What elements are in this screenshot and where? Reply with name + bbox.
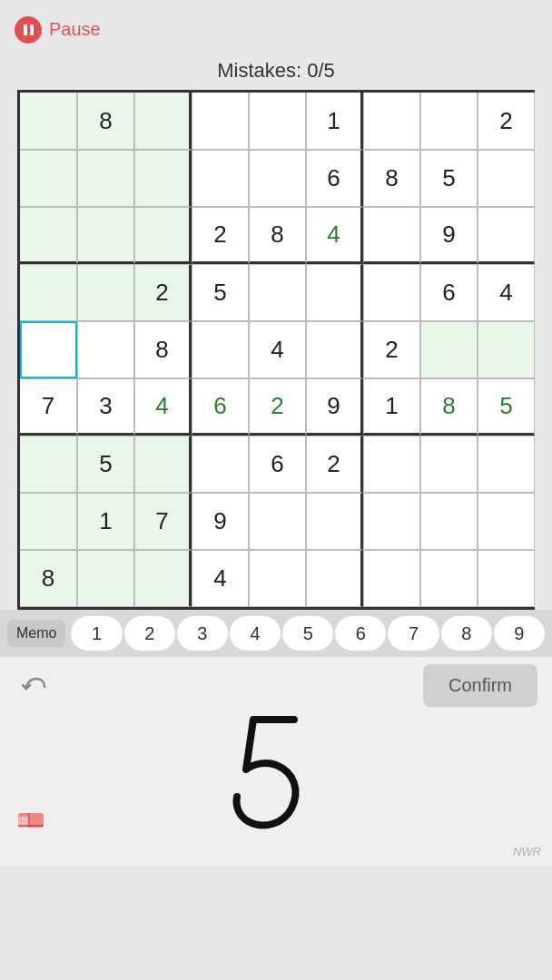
grid-cell-r6c1[interactable]: 7 (20, 378, 77, 436)
grid-cell-r5c9[interactable] (478, 321, 535, 378)
grid-cell-r2c8[interactable]: 5 (420, 150, 478, 207)
grid-cell-r1c4[interactable] (192, 93, 249, 150)
num-btn-3[interactable]: 3 (177, 616, 228, 651)
grid-cell-r9c3[interactable] (134, 550, 192, 607)
drawn-digit (217, 710, 335, 856)
grid-cell-r3c9[interactable] (478, 207, 535, 264)
grid-cell-r1c7[interactable] (363, 93, 420, 150)
draw-canvas[interactable] (0, 714, 552, 866)
grid-cell-r2c6[interactable]: 6 (306, 150, 363, 207)
grid-cell-r6c8[interactable]: 8 (420, 378, 478, 436)
grid-cell-r8c2[interactable]: 1 (77, 493, 134, 550)
grid-cell-r7c7[interactable] (363, 436, 420, 493)
grid-cell-r7c3[interactable] (134, 436, 192, 493)
num-btn-1[interactable]: 1 (71, 616, 122, 651)
grid-cell-r3c3[interactable] (134, 207, 192, 264)
grid-cell-r2c7[interactable]: 8 (363, 150, 420, 207)
grid-cell-r7c8[interactable] (420, 436, 478, 493)
grid-cell-r5c5[interactable]: 4 (249, 321, 306, 378)
grid-cell-r9c5[interactable] (249, 550, 306, 607)
grid-cell-r5c4[interactable] (192, 321, 249, 378)
grid-cell-r4c5[interactable] (249, 264, 306, 321)
grid-cell-r4c9[interactable]: 4 (478, 264, 535, 321)
grid-cell-r1c5[interactable] (249, 93, 306, 150)
grid-cell-r2c4[interactable] (192, 150, 249, 207)
grid-cell-r2c2[interactable] (77, 150, 134, 207)
grid-cell-r4c2[interactable] (77, 264, 134, 321)
grid-cell-r5c3[interactable]: 8 (134, 321, 192, 378)
num-btn-4[interactable]: 4 (230, 616, 281, 651)
grid-cell-r6c5[interactable]: 2 (249, 378, 306, 436)
grid-cell-r9c7[interactable] (363, 550, 420, 607)
grid-cell-r7c9[interactable] (478, 436, 535, 493)
confirm-button[interactable]: Confirm (423, 664, 537, 707)
grid-cell-r5c2[interactable] (77, 321, 134, 378)
grid-cell-r4c3[interactable]: 2 (134, 264, 192, 321)
grid-cell-r6c4[interactable]: 6 (192, 378, 249, 436)
grid-cell-r7c6[interactable]: 2 (306, 436, 363, 493)
grid-cell-r7c5[interactable]: 6 (249, 436, 306, 493)
num-btn-9[interactable]: 9 (494, 616, 545, 651)
grid-cell-r8c3[interactable]: 7 (134, 493, 192, 550)
grid-cell-r1c3[interactable] (134, 93, 192, 150)
num-btn-8[interactable]: 8 (441, 616, 492, 651)
grid-cell-r1c9[interactable]: 2 (478, 93, 535, 150)
grid-cell-r3c1[interactable] (20, 207, 77, 264)
memo-button[interactable]: Memo (7, 620, 65, 647)
num-btn-2[interactable]: 2 (124, 616, 175, 651)
grid-cell-r4c1[interactable] (20, 264, 77, 321)
pause-button[interactable]: Pause (15, 16, 101, 44)
undo-button[interactable] (15, 668, 51, 704)
grid-cell-r8c7[interactable] (363, 493, 420, 550)
grid-cell-r8c5[interactable] (249, 493, 306, 550)
grid-cell-r9c2[interactable] (77, 550, 134, 607)
grid-cell-r6c2[interactable]: 3 (77, 378, 134, 436)
num-btn-6[interactable]: 6 (335, 616, 386, 651)
num-btn-7[interactable]: 7 (388, 616, 439, 651)
grid-cell-r2c3[interactable] (134, 150, 192, 207)
grid-cell-r7c4[interactable] (192, 436, 249, 493)
grid-cell-r6c6[interactable]: 9 (306, 378, 363, 436)
mistakes-display: Mistakes: 0/5 (0, 59, 552, 83)
grid-cell-r7c1[interactable] (20, 436, 77, 493)
num-btn-5[interactable]: 5 (282, 616, 333, 651)
grid-cell-r5c6[interactable] (306, 321, 363, 378)
sudoku-grid: 8126852849256484273462918556217984 (17, 90, 535, 610)
grid-cell-r6c7[interactable]: 1 (363, 378, 420, 436)
grid-cell-r3c8[interactable]: 9 (420, 207, 478, 264)
grid-cell-r4c4[interactable]: 5 (192, 264, 249, 321)
grid-cell-r1c6[interactable]: 1 (306, 93, 363, 150)
grid-cell-r2c5[interactable] (249, 150, 306, 207)
grid-cell-r5c7[interactable]: 2 (363, 321, 420, 378)
grid-cell-r5c1[interactable] (20, 321, 77, 378)
nwr-logo: NWR (513, 845, 541, 858)
grid-cell-r9c6[interactable] (306, 550, 363, 607)
grid-cell-r7c2[interactable]: 5 (77, 436, 134, 493)
grid-cell-r1c8[interactable] (420, 93, 478, 150)
grid-cell-r9c1[interactable]: 8 (20, 550, 77, 607)
grid-cell-r3c7[interactable] (363, 207, 420, 264)
grid-cell-r3c4[interactable]: 2 (192, 207, 249, 264)
grid-cell-r9c9[interactable] (478, 550, 535, 607)
grid-cell-r6c9[interactable]: 5 (478, 378, 535, 436)
grid-cell-r2c1[interactable] (20, 150, 77, 207)
grid-cell-r6c3[interactable]: 4 (134, 378, 192, 436)
grid-cell-r8c8[interactable] (420, 493, 478, 550)
grid-cell-r4c7[interactable] (363, 264, 420, 321)
eraser-button[interactable] (15, 797, 53, 838)
grid-cell-r3c5[interactable]: 8 (249, 207, 306, 264)
grid-cell-r3c6[interactable]: 4 (306, 207, 363, 264)
grid-cell-r1c2[interactable]: 8 (77, 93, 134, 150)
grid-cell-r8c4[interactable]: 9 (192, 493, 249, 550)
grid-cell-r2c9[interactable] (478, 150, 535, 207)
grid-cell-r8c6[interactable] (306, 493, 363, 550)
grid-cell-r4c8[interactable]: 6 (420, 264, 478, 321)
grid-cell-r8c1[interactable] (20, 493, 77, 550)
grid-cell-r9c4[interactable]: 4 (192, 550, 249, 607)
grid-cell-r5c8[interactable] (420, 321, 478, 378)
grid-cell-r9c8[interactable] (420, 550, 478, 607)
grid-cell-r1c1[interactable] (20, 93, 77, 150)
grid-cell-r3c2[interactable] (77, 207, 134, 264)
grid-cell-r8c9[interactable] (478, 493, 535, 550)
grid-cell-r4c6[interactable] (306, 264, 363, 321)
